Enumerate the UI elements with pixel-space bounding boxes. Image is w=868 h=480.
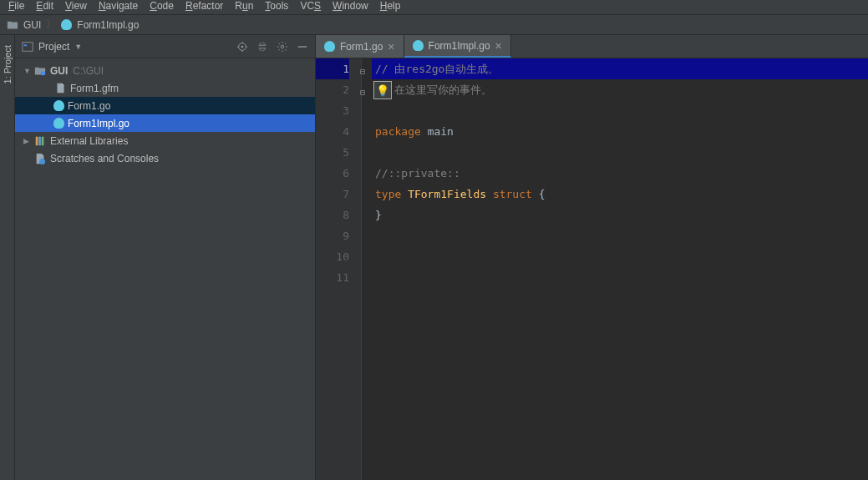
code-line xyxy=(372,267,868,288)
svg-rect-6 xyxy=(36,136,38,145)
expand-arrow-icon[interactable]: ▼ xyxy=(23,67,33,75)
editor-tab-form1[interactable]: Form1.go × xyxy=(316,35,404,58)
fold-column: ⊟ ⊟ xyxy=(362,58,372,480)
library-icon xyxy=(33,134,47,148)
line-number: 1 xyxy=(316,58,349,79)
menu-run[interactable]: Run xyxy=(231,0,256,12)
tree-file-label: Form1.gfm xyxy=(70,83,119,94)
scratch-icon xyxy=(33,152,47,165)
project-panel-title[interactable]: Project xyxy=(38,41,69,53)
tab-project[interactable]: 1: Project xyxy=(3,42,13,87)
breadcrumb-file[interactable]: Form1Impl.go xyxy=(77,19,139,31)
svg-point-9 xyxy=(39,159,45,164)
go-file-icon xyxy=(53,100,64,111)
tool-tab-strip: 1: Project xyxy=(0,35,15,480)
editor-area: Form1.go × Form1Impl.go × 1 2 3 4 5 6 7 … xyxy=(316,35,868,480)
code-line: type TForm1Fields struct { xyxy=(372,184,868,205)
code-line: package main xyxy=(372,121,868,142)
code-line xyxy=(372,142,868,163)
go-file-icon xyxy=(53,118,64,129)
svg-rect-0 xyxy=(23,42,33,51)
gear-icon[interactable] xyxy=(277,41,288,53)
minimize-icon[interactable] xyxy=(297,41,308,53)
module-folder-icon xyxy=(33,64,47,78)
breadcrumb-separator: 〉 xyxy=(46,18,56,32)
menu-edit[interactable]: Edit xyxy=(33,0,57,12)
code-line: // 由res2go自动生成。 xyxy=(372,58,868,79)
menubar: File Edit View Navigate Code Refactor Ru… xyxy=(0,0,868,15)
tree-root[interactable]: ▼ GUI C:\GUI xyxy=(15,62,315,79)
line-number: 11 xyxy=(316,267,349,288)
tree-file-form1implgo[interactable]: Form1Impl.go xyxy=(15,114,315,132)
menu-vcs[interactable]: VCS xyxy=(297,0,324,12)
line-number: 10 xyxy=(316,246,349,267)
menu-help[interactable]: Help xyxy=(377,0,404,12)
file-icon xyxy=(53,82,67,95)
project-panel: Project ▼ ▼ xyxy=(15,35,316,480)
code-line xyxy=(372,225,868,246)
svg-rect-7 xyxy=(38,136,41,145)
fold-marker-icon[interactable]: ⊟ xyxy=(360,61,365,82)
chevron-down-icon[interactable]: ▼ xyxy=(74,43,82,51)
tree-file-gfm[interactable]: Form1.gfm xyxy=(15,79,315,97)
folder-icon xyxy=(7,19,18,31)
tree-root-name: GUI xyxy=(50,65,68,77)
code-line: } xyxy=(372,205,868,225)
svg-point-5 xyxy=(41,71,45,75)
go-file-icon xyxy=(324,41,335,52)
locate-icon[interactable] xyxy=(236,41,248,53)
line-number: 2 xyxy=(316,79,349,100)
line-number: 7 xyxy=(316,184,349,205)
svg-rect-1 xyxy=(24,44,28,46)
project-tree[interactable]: ▼ GUI C:\GUI Form1.gfm Form1.go Form1Im xyxy=(15,58,315,480)
expand-arrow-icon[interactable]: ▶ xyxy=(23,137,33,145)
editor-tab-label: Form1Impl.go xyxy=(429,40,490,52)
collapse-all-icon[interactable] xyxy=(256,41,268,53)
breadcrumb-project[interactable]: GUI xyxy=(23,19,41,31)
line-number-gutter: 1 2 3 4 5 6 7 8 9 10 11 xyxy=(316,58,362,480)
tree-root-path: C:\GUI xyxy=(73,65,104,77)
code-line xyxy=(372,246,868,267)
menu-refactor[interactable]: Refactor xyxy=(182,0,226,12)
code-line: // 在这里写你的事件。 xyxy=(372,79,868,100)
fold-marker-icon[interactable]: ⊟ xyxy=(360,82,365,103)
menu-file[interactable]: File xyxy=(5,0,28,12)
code-line xyxy=(372,100,868,121)
svg-point-4 xyxy=(281,45,284,48)
main-area: 1: Project Project ▼ xyxy=(0,35,868,480)
code-line: //::private:: xyxy=(372,163,868,184)
editor-tab-form1impl[interactable]: Form1Impl.go × xyxy=(404,35,511,58)
editor-tab-label: Form1.go xyxy=(340,41,383,53)
editor-tabs: Form1.go × Form1Impl.go × xyxy=(316,35,868,58)
tree-file-label: Form1.go xyxy=(68,100,110,112)
tree-extra-label: External Libraries xyxy=(50,135,128,147)
line-number: 9 xyxy=(316,225,349,246)
line-number: 4 xyxy=(316,121,349,142)
close-icon[interactable]: × xyxy=(388,41,394,53)
line-number: 3 xyxy=(316,100,349,121)
tree-extra-label: Scratches and Consoles xyxy=(50,153,159,164)
project-panel-header: Project ▼ xyxy=(15,35,315,58)
tree-external-libraries[interactable]: ▶ External Libraries xyxy=(15,132,315,149)
line-number: 6 xyxy=(316,163,349,184)
go-file-icon xyxy=(61,19,72,30)
menu-navigate[interactable]: Navigate xyxy=(95,0,141,12)
editor-body[interactable]: 1 2 3 4 5 6 7 8 9 10 11 ⊟ ⊟ 💡 // 由res2go… xyxy=(316,58,868,480)
menu-window[interactable]: Window xyxy=(329,0,372,12)
menu-view[interactable]: View xyxy=(62,0,90,12)
menu-tools[interactable]: Tools xyxy=(261,0,292,12)
svg-point-3 xyxy=(241,45,244,48)
go-file-icon xyxy=(413,40,424,51)
line-number: 5 xyxy=(316,142,349,163)
code-area[interactable]: 💡 // 由res2go自动生成。 // 在这里写你的事件。 package m… xyxy=(372,58,868,480)
svg-rect-8 xyxy=(42,136,44,145)
intention-bulb-icon[interactable]: 💡 xyxy=(373,81,392,99)
tree-scratches[interactable]: Scratches and Consoles xyxy=(15,149,315,167)
line-number: 8 xyxy=(316,205,349,225)
menu-code[interactable]: Code xyxy=(146,0,177,12)
close-icon[interactable]: × xyxy=(495,40,502,52)
tree-file-form1go[interactable]: Form1.go xyxy=(15,97,315,114)
breadcrumb: GUI 〉 Form1Impl.go xyxy=(0,15,868,35)
tree-file-label: Form1Impl.go xyxy=(68,118,129,129)
project-view-icon xyxy=(22,41,33,53)
